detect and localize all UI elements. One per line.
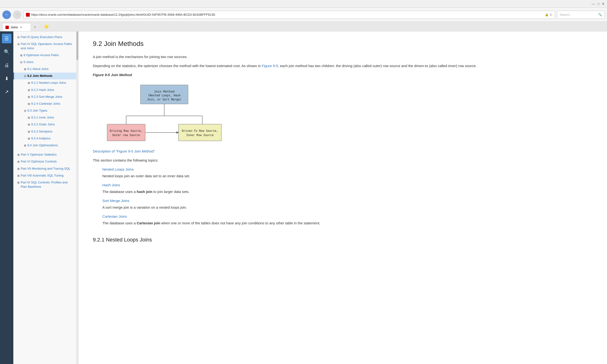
join-method-label2: (Nested Loops, Hash [148,94,180,97]
sidebar-item-9.2.3[interactable]: ⊕ 9.2.3 Sort Merge Joins [13,93,76,100]
search-icon-button[interactable]: 🔍 [2,47,12,57]
sidebar-link-9[interactable]: 9 Joins [24,60,33,64]
sidebar-link-9.2.1[interactable]: 9.2.1 Nested Loops Joins [31,81,66,85]
sort-merge-link[interactable]: Sort Merge Joins [102,198,593,204]
sidebar-item-partIX[interactable]: ⊕ Part IX SQL Controls: Profiles and Pla… [13,179,76,190]
expand-icon: ⊕ [24,143,26,148]
expand-icon: ⊕ [28,81,30,85]
sidebar-item-9[interactable]: ⊖ 9 Joins [13,59,76,66]
sidebar-item-9.3[interactable]: ⊖ 9.3 Join Types [13,107,76,114]
driving-label1: Driving Row Source, [110,129,142,132]
expand-icon: ⊕ [17,160,20,164]
sidebar-item-9.2[interactable]: ⊖ 9.2 Join Methods [13,73,76,79]
sidebar-item-9.1[interactable]: ⊕ 9.1 About Joins [13,66,76,73]
figure-description-link[interactable]: Description of "Figure 9-5 Join Method" [93,149,155,153]
sidebar-link-partVI[interactable]: Part VI Optimizer Controls [21,159,57,164]
minimize-icon[interactable]: — [592,2,595,6]
share-icon-button[interactable]: ↗ [2,87,12,97]
bookmark-icon[interactable]: ⭐ [44,24,49,29]
tab-favicon [5,26,9,29]
tab-label: Joins [11,26,18,29]
sidebar-link-9.3.3[interactable]: 9.3.3 Semijoins [31,130,52,134]
new-tab-button[interactable]: + [31,23,39,31]
sidebar-link-partV[interactable]: Part V Optimizer Statistics [21,153,57,157]
sidebar-item-9.3.2[interactable]: ⊕ 9.3.2 Outer Joins [13,121,76,128]
active-tab[interactable]: Joins ✕ [2,23,31,31]
sidebar-link-part4[interactable]: Part IV SQL Operators: Access Paths and … [21,42,73,51]
section2-title: 9.2.1 Nested Loops Joins [93,235,593,244]
expand-icon: ⊕ [28,102,30,106]
scrollbar-thumb[interactable] [76,31,78,60]
figure-link[interactable]: Figure 9-5 [262,64,278,68]
cartesian-joins-link[interactable]: Cartesian Joins [102,214,593,219]
toc-icon-button[interactable]: ☰ [2,34,12,43]
expand-icon: ⊕ [24,67,26,71]
forward-button[interactable]: → [13,11,21,19]
intro2-suffix: , each join method has two children: the… [278,64,477,68]
address-bar[interactable]: https://docs.oracle.com/en/database/orac… [23,11,555,19]
expand-icon: ⊕ [28,130,30,134]
driven-to-row-source-box [179,124,221,141]
sidebar-item-9.2.2[interactable]: ⊕ 9.2.2 Hash Joins [13,87,76,93]
cartesian-joins-desc: The database uses a Cartesian join when … [102,220,593,226]
scrollbar-track[interactable] [76,31,79,364]
tab-close-button[interactable]: ✕ [20,26,22,29]
sidebar-item-9.3.4[interactable]: ⊕ 9.3.4 Antijoins [13,135,76,142]
search-submit-icon[interactable]: 🔍 [598,13,602,16]
close-icon[interactable]: ✕ [602,2,605,6]
expand-icon: ⊕ [28,137,30,141]
join-method-label1: Join Method [154,90,174,93]
sidebar-item-9.3.3[interactable]: ⊕ 9.3.3 Semijoins [13,128,76,135]
sidebar-link-9.2.4[interactable]: 9.2.4 Cartesian Joins [31,102,60,106]
page-title: 9.2 Join Methods [93,39,593,49]
refresh-icon[interactable]: ↻ [550,13,553,17]
sidebar-item-9.3.1[interactable]: ⊕ 9.3.1 Inner Joins [13,114,76,121]
sidebar-link-9.4[interactable]: 9.4 Join Optimizations [27,143,58,147]
sidebar-item-9.2.1[interactable]: ⊕ 9.2.1 Nested Loops Joins [13,79,76,86]
sidebar-link-9.1[interactable]: 9.1 About Joins [27,67,49,71]
expand-icon: ⊕ [20,53,23,58]
back-button[interactable]: ← [2,11,11,19]
search-box[interactable]: Search... 🔍 [557,11,605,19]
sidebar-link-9.3.4[interactable]: 9.3.4 Antijoins [31,136,51,141]
sidebar-item-partVII[interactable]: ⊕ Part VII Monitoring and Tracing SQL [13,165,76,172]
sidebar-link-partVIII[interactable]: Part VIII Automatic SQL Tuning [21,173,63,178]
sidebar-item-partV[interactable]: ⊕ Part V Optimizer Statistics [13,151,76,158]
new-tab-icon: + [34,25,36,30]
sidebar-link-9.3.1[interactable]: 9.3.1 Inner Joins [31,115,54,120]
collapse-icon: ⊖ [24,74,26,78]
expand-icon: ⊕ [17,167,20,171]
sidebar-item-partVI[interactable]: ⊕ Part VI Optimizer Controls [13,158,76,165]
maximize-icon[interactable]: □ [597,2,599,6]
sidebar-item-8[interactable]: ⊕ 8 Optimizer Access Paths [13,52,76,59]
sidebar-item-part3[interactable]: ⊖ Part III Query Execution Plans [13,34,76,41]
sidebar-link-9.2[interactable]: 9.2 Join Methods [27,74,52,78]
join-method-label3: Join, or Sort Merge) [147,98,182,101]
nested-loops-link[interactable]: Nested Loops Joins [102,167,593,172]
sidebar-nav: ⊖ Part III Query Execution Plans ⊖ Part … [13,31,76,364]
sidebar-link-9.2.3[interactable]: 9.2.3 Sort Merge Joins [31,95,62,99]
sidebar-item-9.2.4[interactable]: ⊕ 9.2.4 Cartesian Joins [13,100,76,107]
sidebar-link-9.2.2[interactable]: 9.2.2 Hash Joins [31,88,54,92]
nested-loops-desc: Nested loops join an outer data set to a… [102,173,593,179]
download-icon-button[interactable]: ⬇ [2,74,12,83]
sidebar-link-partIX[interactable]: Part IX SQL Controls: Profiles and Plan … [21,180,73,189]
sidebar-item-partVIII[interactable]: ⊕ Part VIII Automatic SQL Tuning [13,172,76,179]
sidebar-link-9.3[interactable]: 9.3 Join Types [27,108,47,113]
hash-joins-link[interactable]: Hash Joins [102,182,593,188]
tab-bar: Joins ✕ + ⭐ [0,22,607,31]
favicon [26,13,30,17]
print-icon-button[interactable]: 🖨 [2,60,12,70]
join-method-diagram: Join Method (Nested Loops, Hash Join, or… [102,83,593,146]
sidebar-item-part4[interactable]: ⊖ Part IV SQL Operators: Access Paths an… [13,41,76,52]
topics-list: Nested Loops Joins Nested loops join an … [102,167,593,226]
sidebar-item-9.4[interactable]: ⊕ 9.4 Join Optimizations [13,142,76,149]
sidebar-link-part3[interactable]: Part III Query Execution Plans [21,35,62,39]
sidebar-link-9.3.2[interactable]: 9.3.2 Outer Joins [31,122,55,127]
intro-paragraph-1: A join method is the mechanism for joini… [93,54,593,60]
collapse-icon: ⊖ [17,35,20,39]
collapse-icon: ⊖ [17,42,20,46]
sidebar-link-8[interactable]: 8 Optimizer Access Paths [24,53,59,57]
sidebar-link-partVII[interactable]: Part VII Monitoring and Tracing SQL [21,167,70,171]
expand-icon: ⊕ [28,116,30,120]
